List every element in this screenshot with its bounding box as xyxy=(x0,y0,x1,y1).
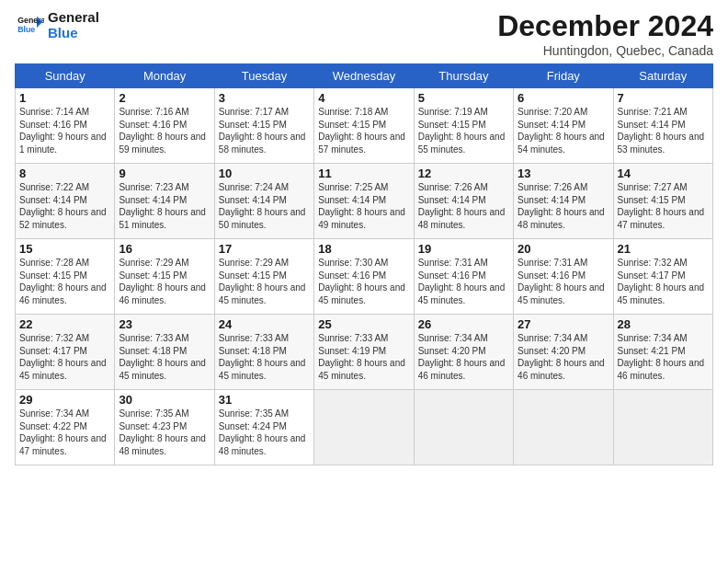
day-info: Sunrise: 7:14 AMSunset: 4:16 PMDaylight:… xyxy=(19,106,110,155)
day-number: 23 xyxy=(119,317,210,331)
logo-text: General Blue xyxy=(48,9,99,40)
weekday-header-friday: Friday xyxy=(514,64,613,88)
weekday-header-monday: Monday xyxy=(115,64,214,88)
calendar-cell: 7Sunrise: 7:21 AMSunset: 4:14 PMDaylight… xyxy=(613,88,712,164)
day-info: Sunrise: 7:18 AMSunset: 4:15 PMDaylight:… xyxy=(318,106,409,155)
day-number: 24 xyxy=(219,317,310,331)
weekday-header-tuesday: Tuesday xyxy=(214,64,313,88)
day-info: Sunrise: 7:17 AMSunset: 4:15 PMDaylight:… xyxy=(219,106,310,155)
day-info: Sunrise: 7:34 AMSunset: 4:22 PMDaylight:… xyxy=(19,408,110,457)
page-container: General Blue General Blue December 2024 … xyxy=(0,0,728,473)
calendar-cell: 13Sunrise: 7:26 AMSunset: 4:14 PMDayligh… xyxy=(514,164,613,239)
month-title: December 2024 xyxy=(497,9,713,43)
calendar-cell: 16Sunrise: 7:29 AMSunset: 4:15 PMDayligh… xyxy=(115,239,214,315)
calendar-cell: 11Sunrise: 7:25 AMSunset: 4:14 PMDayligh… xyxy=(314,164,414,239)
calendar-cell xyxy=(414,390,513,465)
week-row-5: 29Sunrise: 7:34 AMSunset: 4:22 PMDayligh… xyxy=(16,390,713,465)
day-number: 7 xyxy=(618,91,709,105)
calendar-cell: 2Sunrise: 7:16 AMSunset: 4:16 PMDaylight… xyxy=(115,88,214,164)
day-number: 4 xyxy=(318,91,409,105)
day-number: 16 xyxy=(119,242,210,256)
calendar-cell: 30Sunrise: 7:35 AMSunset: 4:23 PMDayligh… xyxy=(115,390,214,465)
day-number: 21 xyxy=(618,242,709,256)
day-info: Sunrise: 7:16 AMSunset: 4:16 PMDaylight:… xyxy=(119,106,210,155)
day-info: Sunrise: 7:25 AMSunset: 4:14 PMDaylight:… xyxy=(318,181,409,231)
day-number: 2 xyxy=(119,91,210,105)
calendar-cell: 5Sunrise: 7:19 AMSunset: 4:15 PMDaylight… xyxy=(414,88,513,164)
logo: General Blue General Blue xyxy=(15,9,99,40)
day-number: 29 xyxy=(19,393,110,407)
day-number: 12 xyxy=(418,167,509,180)
calendar-cell xyxy=(514,390,613,465)
weekday-header-thursday: Thursday xyxy=(414,64,513,88)
day-number: 22 xyxy=(19,317,110,331)
calendar-cell: 10Sunrise: 7:24 AMSunset: 4:14 PMDayligh… xyxy=(214,164,313,239)
day-info: Sunrise: 7:30 AMSunset: 4:16 PMDaylight:… xyxy=(318,257,409,306)
week-row-3: 15Sunrise: 7:28 AMSunset: 4:15 PMDayligh… xyxy=(16,239,713,315)
day-info: Sunrise: 7:35 AMSunset: 4:23 PMDaylight:… xyxy=(119,408,210,457)
calendar-cell: 22Sunrise: 7:32 AMSunset: 4:17 PMDayligh… xyxy=(16,315,115,390)
header-row: General Blue General Blue December 2024 … xyxy=(15,9,713,58)
day-info: Sunrise: 7:22 AMSunset: 4:14 PMDaylight:… xyxy=(19,181,110,231)
calendar-table: SundayMondayTuesdayWednesdayThursdayFrid… xyxy=(15,63,713,465)
calendar-cell: 28Sunrise: 7:34 AMSunset: 4:21 PMDayligh… xyxy=(613,315,712,390)
week-row-2: 8Sunrise: 7:22 AMSunset: 4:14 PMDaylight… xyxy=(16,164,713,239)
day-info: Sunrise: 7:26 AMSunset: 4:14 PMDaylight:… xyxy=(418,181,509,231)
calendar-cell: 19Sunrise: 7:31 AMSunset: 4:16 PMDayligh… xyxy=(414,239,513,315)
weekday-header-sunday: Sunday xyxy=(16,64,115,88)
day-number: 18 xyxy=(318,242,409,256)
calendar-cell xyxy=(613,390,712,465)
calendar-cell: 26Sunrise: 7:34 AMSunset: 4:20 PMDayligh… xyxy=(414,315,513,390)
day-info: Sunrise: 7:33 AMSunset: 4:19 PMDaylight:… xyxy=(318,332,409,382)
calendar-cell: 6Sunrise: 7:20 AMSunset: 4:14 PMDaylight… xyxy=(514,88,613,164)
calendar-cell: 8Sunrise: 7:22 AMSunset: 4:14 PMDaylight… xyxy=(16,164,115,239)
day-info: Sunrise: 7:31 AMSunset: 4:16 PMDaylight:… xyxy=(418,257,509,306)
day-number: 6 xyxy=(518,91,609,105)
calendar-cell: 1Sunrise: 7:14 AMSunset: 4:16 PMDaylight… xyxy=(16,88,115,164)
calendar-cell: 29Sunrise: 7:34 AMSunset: 4:22 PMDayligh… xyxy=(16,390,115,465)
day-number: 30 xyxy=(119,393,210,407)
week-row-1: 1Sunrise: 7:14 AMSunset: 4:16 PMDaylight… xyxy=(16,88,713,164)
day-info: Sunrise: 7:32 AMSunset: 4:17 PMDaylight:… xyxy=(618,257,709,306)
day-info: Sunrise: 7:34 AMSunset: 4:21 PMDaylight:… xyxy=(618,332,709,382)
day-info: Sunrise: 7:27 AMSunset: 4:15 PMDaylight:… xyxy=(618,181,709,231)
calendar-cell xyxy=(314,390,414,465)
day-info: Sunrise: 7:34 AMSunset: 4:20 PMDaylight:… xyxy=(418,332,509,382)
day-number: 11 xyxy=(318,167,409,180)
location: Huntingdon, Quebec, Canada xyxy=(497,43,713,58)
logo-icon: General Blue xyxy=(15,10,44,40)
calendar-cell: 14Sunrise: 7:27 AMSunset: 4:15 PMDayligh… xyxy=(613,164,712,239)
calendar-cell: 3Sunrise: 7:17 AMSunset: 4:15 PMDaylight… xyxy=(214,88,313,164)
day-number: 9 xyxy=(119,167,210,180)
day-info: Sunrise: 7:23 AMSunset: 4:14 PMDaylight:… xyxy=(119,181,210,231)
calendar-cell: 27Sunrise: 7:34 AMSunset: 4:20 PMDayligh… xyxy=(514,315,613,390)
calendar-cell: 31Sunrise: 7:35 AMSunset: 4:24 PMDayligh… xyxy=(214,390,313,465)
calendar-cell: 18Sunrise: 7:30 AMSunset: 4:16 PMDayligh… xyxy=(314,239,414,315)
calendar-cell: 21Sunrise: 7:32 AMSunset: 4:17 PMDayligh… xyxy=(613,239,712,315)
day-number: 10 xyxy=(219,167,310,180)
day-number: 13 xyxy=(518,167,609,180)
day-number: 14 xyxy=(618,167,709,180)
day-number: 27 xyxy=(518,317,609,331)
day-info: Sunrise: 7:29 AMSunset: 4:15 PMDaylight:… xyxy=(219,257,310,306)
weekday-header-saturday: Saturday xyxy=(613,64,712,88)
day-info: Sunrise: 7:32 AMSunset: 4:17 PMDaylight:… xyxy=(19,332,110,382)
weekday-header-wednesday: Wednesday xyxy=(314,64,414,88)
calendar-header-row: SundayMondayTuesdayWednesdayThursdayFrid… xyxy=(16,64,713,88)
calendar-cell: 4Sunrise: 7:18 AMSunset: 4:15 PMDaylight… xyxy=(314,88,414,164)
calendar-cell: 25Sunrise: 7:33 AMSunset: 4:19 PMDayligh… xyxy=(314,315,414,390)
day-info: Sunrise: 7:21 AMSunset: 4:14 PMDaylight:… xyxy=(618,106,709,155)
day-number: 25 xyxy=(318,317,409,331)
day-info: Sunrise: 7:19 AMSunset: 4:15 PMDaylight:… xyxy=(418,106,509,155)
day-number: 28 xyxy=(618,317,709,331)
day-info: Sunrise: 7:31 AMSunset: 4:16 PMDaylight:… xyxy=(518,257,609,306)
day-info: Sunrise: 7:35 AMSunset: 4:24 PMDaylight:… xyxy=(219,408,310,457)
day-number: 1 xyxy=(19,91,110,105)
day-info: Sunrise: 7:34 AMSunset: 4:20 PMDaylight:… xyxy=(518,332,609,382)
day-number: 20 xyxy=(518,242,609,256)
day-info: Sunrise: 7:24 AMSunset: 4:14 PMDaylight:… xyxy=(219,181,310,231)
day-number: 3 xyxy=(219,91,310,105)
calendar-cell: 9Sunrise: 7:23 AMSunset: 4:14 PMDaylight… xyxy=(115,164,214,239)
day-number: 17 xyxy=(219,242,310,256)
title-block: December 2024 Huntingdon, Quebec, Canada xyxy=(497,9,713,58)
